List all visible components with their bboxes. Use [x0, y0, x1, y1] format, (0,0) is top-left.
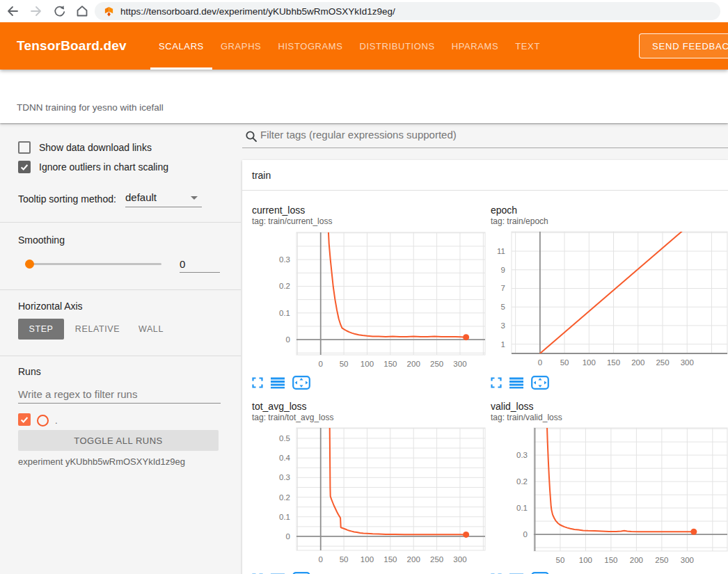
nav-tabs: SCALARSGRAPHSHISTOGRAMSDISTRIBUTIONSHPAR…	[150, 22, 548, 70]
chart-actions	[252, 376, 486, 390]
url-text: https://tensorboard.dev/experiment/yKUbh…	[120, 6, 395, 17]
y-tick-label: 9	[501, 266, 505, 274]
smoothing-slider-thumb[interactable]	[25, 260, 34, 269]
fullscreen-icon[interactable]	[252, 377, 263, 388]
tab-text[interactable]: TEXT	[507, 22, 548, 70]
tab-scalars[interactable]: SCALARS	[150, 22, 212, 70]
last-point-marker[interactable]	[463, 532, 469, 538]
ignore-outliers-checkbox[interactable]	[18, 161, 31, 173]
chart-title: current_loss	[252, 205, 486, 216]
run-checkbox[interactable]	[18, 413, 31, 426]
x-tick-label: 200	[631, 358, 644, 367]
tag-filter-row[interactable]: Filter tags (regular expressions support…	[242, 123, 728, 148]
y-tick-label: 0	[286, 532, 290, 541]
tab-distributions[interactable]: DISTRIBUTIONS	[351, 22, 443, 70]
x-tick-label: 50	[560, 358, 569, 367]
y-tick-label: 5	[501, 303, 505, 311]
chart-title: tot_avg_loss	[252, 401, 486, 412]
chart-plot[interactable]: 05010015020025030000.10.20.30.40.5	[252, 424, 486, 568]
y-tick-label: 0.3	[279, 473, 290, 481]
chart-plot[interactable]: 5010015020025030000.10.20.3	[491, 424, 728, 568]
dashboard-main: Filter tags (regular expressions support…	[242, 123, 728, 574]
x-tick-label: 50	[556, 556, 565, 564]
x-tick-label: 100	[361, 360, 374, 368]
tooltip-sorting-select[interactable]: default	[125, 190, 202, 207]
chart-card-current_loss: current_losstag: train/current_loss05010…	[252, 205, 486, 390]
last-point-marker[interactable]	[690, 529, 697, 535]
settings-sidebar: Show data download links Ignore outliers…	[0, 123, 241, 574]
show-download-links-label: Show data download links	[39, 142, 152, 153]
y-tick-label: 3	[501, 321, 505, 330]
x-tick-label: 150	[607, 358, 620, 367]
chart-tag: tag: train/tot_avg_loss	[252, 413, 486, 423]
tab-graphs[interactable]: GRAPHS	[212, 22, 270, 70]
y-tick-label: 0.1	[516, 504, 528, 512]
axis-step-button[interactable]: STEP	[18, 319, 64, 340]
chart-plot[interactable]: 05010015020025030000.10.20.3	[252, 228, 486, 372]
x-tick-label: 200	[407, 360, 420, 368]
check-icon	[19, 415, 29, 424]
x-tick-label: 300	[453, 555, 466, 564]
send-feedback-button[interactable]: SEND FEEDBACK	[639, 33, 728, 58]
section-title: train	[252, 160, 271, 191]
app-header: TensorBoard.dev SCALARSGRAPHSHISTOGRAMSD…	[0, 22, 728, 70]
runs-filter-underline	[18, 403, 221, 404]
log-scale-icon[interactable]	[509, 377, 523, 389]
active-tab-underline	[150, 67, 212, 70]
x-tick-label: 100	[583, 358, 596, 367]
axis-relative-button[interactable]: RELATIVE	[72, 319, 122, 340]
y-tick-label: 0	[523, 530, 528, 539]
series-line[interactable]	[547, 424, 694, 532]
back-icon[interactable]	[6, 4, 19, 18]
fullscreen-icon[interactable]	[491, 377, 502, 388]
smoothing-slider[interactable]	[25, 263, 161, 265]
run-name: .	[55, 415, 58, 426]
x-tick-label: 250	[655, 556, 668, 564]
runs-filter-input[interactable]: Write a regex to filter runs	[18, 388, 137, 400]
chart-card-valid_loss: valid_losstag: train/valid_loss501001502…	[491, 401, 728, 574]
chart-tag: tag: train/valid_loss	[491, 413, 728, 423]
chart-tag: tag: train/current_loss	[252, 216, 486, 227]
series-line[interactable]	[540, 228, 695, 353]
tag-filter-input[interactable]: Filter tags (regular expressions support…	[260, 129, 457, 141]
x-tick-label: 50	[340, 360, 349, 368]
run-color-swatch[interactable]	[37, 415, 49, 426]
x-tick-label: 150	[383, 555, 397, 564]
x-tick-label: 300	[453, 360, 466, 368]
tab-hparams[interactable]: HPARAMS	[443, 22, 507, 70]
x-tick-label: 200	[630, 556, 643, 564]
smoothing-value[interactable]: 0	[180, 258, 220, 273]
divider	[0, 222, 241, 223]
y-tick-label: 11	[497, 247, 505, 255]
chart-plot[interactable]: 0501001502002503001357911	[491, 228, 728, 372]
log-scale-icon[interactable]	[271, 377, 285, 389]
y-tick-label: 0.2	[279, 493, 290, 502]
chart-tag: tag: train/epoch	[491, 216, 728, 227]
series-line[interactable]	[330, 426, 466, 534]
reload-icon[interactable]	[53, 4, 67, 18]
x-tick-label: 300	[681, 556, 694, 564]
ignore-outliers-label: Ignore outliers in chart scaling	[39, 161, 168, 173]
forward-icon[interactable]	[29, 4, 43, 18]
fit-domain-icon[interactable]	[531, 376, 549, 390]
x-tick-label: 200	[407, 555, 420, 564]
last-point-marker[interactable]	[463, 334, 469, 340]
x-tick-label: 0	[319, 360, 323, 368]
x-tick-label: 0	[538, 358, 542, 367]
divider	[0, 289, 241, 290]
x-tick-label: 250	[430, 555, 443, 564]
fit-domain-icon[interactable]	[292, 376, 310, 390]
toggle-all-runs-button[interactable]: TOGGLE ALL RUNS	[18, 430, 219, 451]
train-section-card: train current_losstag: train/current_los…	[242, 160, 728, 574]
x-tick-label: 250	[430, 360, 443, 368]
section-header[interactable]: train	[242, 160, 728, 191]
home-icon[interactable]	[75, 4, 89, 18]
show-download-links-checkbox[interactable]	[18, 141, 31, 154]
y-tick-label: 0.1	[279, 309, 290, 317]
axis-wall-button[interactable]: WALL	[134, 319, 168, 340]
series-line[interactable]	[328, 228, 466, 337]
chart-title: valid_loss	[491, 401, 728, 412]
address-bar[interactable]: https://tensorboard.dev/experiment/yKUbh…	[95, 2, 720, 20]
tab-histograms[interactable]: HISTOGRAMS	[269, 22, 351, 70]
tooltip-sorting-label: Tooltip sorting method:	[18, 193, 116, 205]
